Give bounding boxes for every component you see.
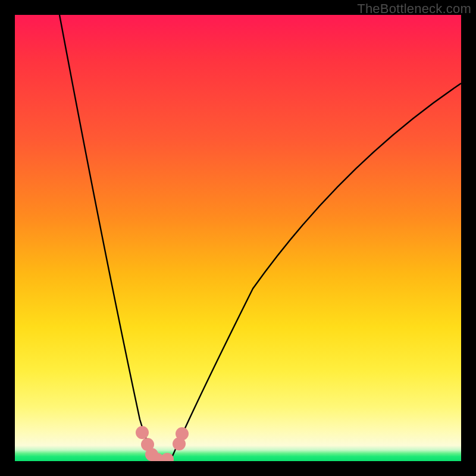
attribution-text: TheBottleneck.com (357, 1, 471, 17)
marker-dot (136, 426, 149, 439)
right-curve (171, 83, 461, 460)
left-curve (60, 15, 156, 460)
marker-dot (176, 427, 189, 440)
curve-overlay (15, 15, 461, 461)
chart-stage: TheBottleneck.com (0, 0, 476, 476)
plot-area (15, 15, 461, 461)
marker-dot (161, 453, 174, 461)
valley-markers (136, 426, 189, 461)
